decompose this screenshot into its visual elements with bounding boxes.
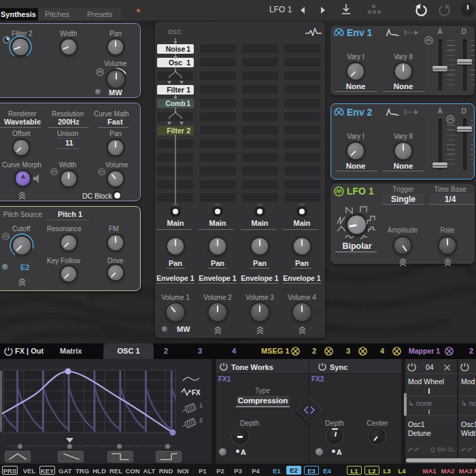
svg-text:FX: FX <box>192 389 201 396</box>
svg-text:2: 2 <box>199 417 203 424</box>
svg-text:1: 1 <box>199 402 203 409</box>
